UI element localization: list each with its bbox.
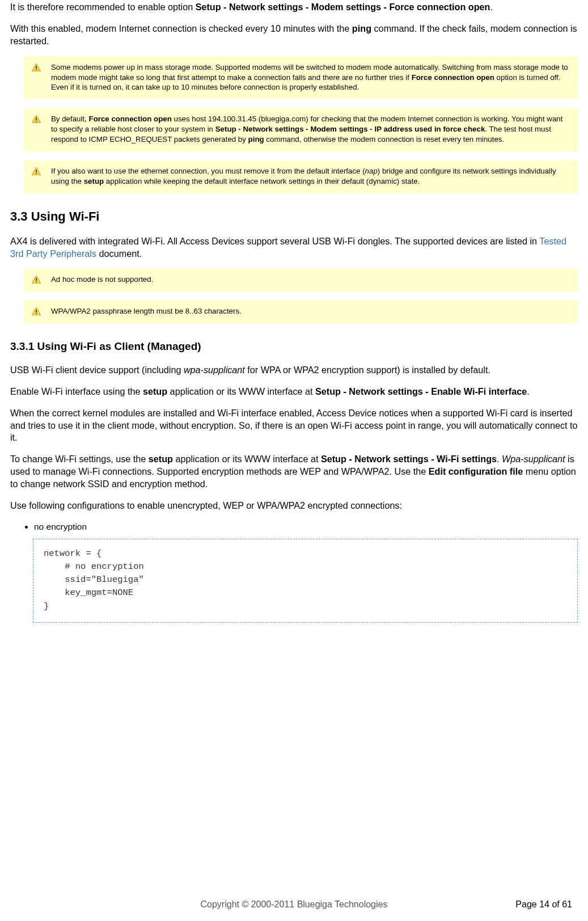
- text: command, otherwise the modem connection …: [264, 135, 504, 143]
- sec331-para-5: Use following configurations to enable u…: [10, 500, 578, 512]
- intro-para-2: With this enabled, modem Internet connec…: [10, 23, 578, 48]
- text: WPA/WPA2 passphrase length must be 8..63…: [51, 307, 242, 315]
- copyright-text: Copyright © 2000-2011 Bluegiga Technolog…: [129, 898, 459, 911]
- warning-icon: [32, 64, 41, 71]
- option-force-connection-open: Force connection open: [89, 115, 172, 123]
- wpa-supplicant: wpa-supplicant: [184, 365, 245, 375]
- svg-rect-4: [36, 117, 37, 120]
- intro-para-1: It is therefore recommended to enable op…: [10, 1, 578, 14]
- sec33-para-1: AX4 is delivered with integrated Wi-Fi. …: [10, 235, 578, 260]
- sec331-para-1: USB Wi-Fi client device support (includi…: [10, 364, 578, 377]
- svg-rect-10: [36, 278, 37, 281]
- sec331-para-4: To change Wi-Fi settings, use the setup …: [10, 453, 578, 491]
- app-setup: setup: [84, 177, 104, 185]
- menu-edit-config-file: Edit configuration file: [429, 466, 523, 476]
- section-3-3-1-title: 3.3.1 Using Wi-Fi as Client (Managed): [10, 339, 578, 354]
- warning-icon: [32, 276, 41, 284]
- app-setup: setup: [143, 386, 167, 396]
- text: .: [490, 2, 493, 12]
- text: .: [527, 386, 530, 396]
- menu-path: Setup - Network settings - Wi-Fi setting…: [321, 454, 497, 464]
- svg-rect-1: [36, 66, 37, 69]
- text: USB Wi-Fi client device support (includi…: [10, 365, 184, 375]
- text: application while keeping the default in…: [104, 177, 420, 185]
- text: With this enabled, modem Internet connec…: [10, 23, 352, 33]
- warning-note-ethernet: If you also want to use the ethernet con…: [24, 160, 578, 193]
- command-ping: ping: [352, 23, 371, 33]
- list-item-no-encryption: no encryption: [34, 521, 578, 533]
- sec331-para-2: Enable Wi-Fi interface using the setup a…: [10, 386, 578, 398]
- command-ping: ping: [248, 135, 264, 143]
- text: application or its WWW interface at: [173, 454, 321, 464]
- svg-rect-5: [36, 121, 37, 122]
- text: application or its WWW interface at: [167, 386, 315, 396]
- warning-note-force-host: By default, Force connection open uses h…: [24, 108, 578, 151]
- text: By default,: [51, 115, 89, 123]
- code-block-no-encryption: network = { # no encryption ssid="Bluegi…: [33, 539, 578, 623]
- text: Ad hoc mode is not supported.: [51, 275, 153, 284]
- svg-rect-8: [36, 174, 37, 175]
- text: AX4 is delivered with integrated Wi-Fi. …: [10, 236, 539, 246]
- wpa-supplicant: Wpa-supplicant: [502, 454, 565, 464]
- text: If you also want to use the ethernet con…: [51, 167, 365, 175]
- warning-icon: [32, 115, 41, 123]
- text: To change Wi-Fi settings, use the: [10, 454, 149, 464]
- app-setup: setup: [149, 454, 173, 464]
- text: document.: [96, 248, 142, 259]
- svg-rect-2: [36, 69, 37, 70]
- text: for WPA or WPA2 encryption support) is i…: [245, 365, 490, 375]
- svg-rect-7: [36, 170, 37, 172]
- interface-nap: nap: [365, 167, 378, 175]
- text: Enable Wi-Fi interface using the: [10, 386, 143, 396]
- warning-note-adhoc: Ad hoc mode is not supported.: [24, 269, 578, 291]
- warning-icon: [32, 167, 41, 175]
- svg-rect-11: [36, 282, 37, 283]
- text: .: [497, 454, 502, 464]
- option-force-connection-open: Force connection open: [412, 73, 494, 82]
- text: It is therefore recommended to enable op…: [10, 2, 196, 12]
- menu-path: Setup - Network settings - Enable Wi-Fi …: [315, 386, 527, 396]
- page-footer: Copyright © 2000-2011 Bluegiga Technolog…: [10, 898, 578, 911]
- warning-note-passphrase: WPA/WPA2 passphrase length must be 8..63…: [24, 301, 578, 323]
- section-3-3-title: 3.3 Using Wi-Fi: [10, 208, 578, 225]
- svg-rect-14: [36, 314, 37, 315]
- warning-note-mass-storage: Some modems power up in mass storage mod…: [24, 57, 578, 100]
- svg-rect-13: [36, 310, 37, 312]
- warning-icon: [32, 307, 41, 315]
- menu-path: Setup - Network settings - Modem setting…: [196, 2, 490, 12]
- page-number: Page 14 of 61: [459, 898, 572, 911]
- menu-path: Setup - Network settings - Modem setting…: [215, 125, 485, 133]
- sec331-para-3: When the correct kernel modules are inst…: [10, 407, 578, 445]
